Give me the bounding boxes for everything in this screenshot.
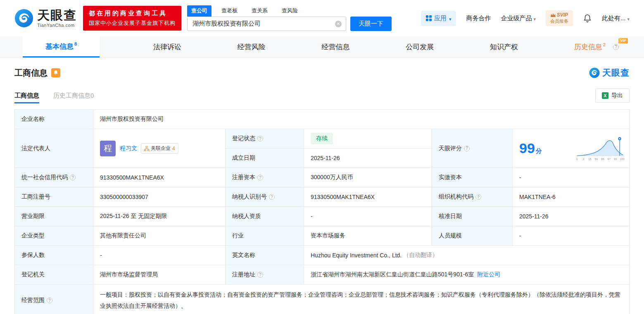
taxpayer-id-value: 91330500MAK1TNEA6X: [304, 187, 432, 206]
taxpayer-qualification-label-cell: 纳税人资质: [226, 207, 304, 226]
registry-text: 湖州市市场监督管理局: [100, 271, 158, 278]
search-tab-boss[interactable]: 查老板: [217, 5, 242, 17]
slogan-line2: 国家中小企业发展子基金旗下机构: [89, 19, 176, 27]
chart-tick: 50: [594, 157, 598, 160]
score-distribution-chart: 0 3 15 50 85 97 99 100: [574, 136, 626, 161]
org-code-value: MAK1TNEA-6: [513, 187, 629, 206]
subtab-history-business-info[interactable]: 历史工商信息0: [53, 92, 94, 100]
company-name-text: 湖州市股权投资有限公司: [100, 115, 164, 123]
search-tab-risk[interactable]: 查风险: [278, 5, 302, 17]
nav-enterprise-label: 企业级产品: [501, 14, 532, 22]
tab-history-info[interactable]: 历史信息 2 VIP: [572, 36, 621, 58]
tab-legal-proceedings[interactable]: 法律诉讼: [151, 36, 184, 58]
scope-text: 一般项目：股权投资；以自有资金从事投资活动；自有资金投资的资产管理服务；企业管理…: [100, 291, 620, 309]
subscribe-bell-button[interactable]: [51, 68, 60, 77]
crown-icon: [551, 13, 556, 17]
search-input[interactable]: [192, 20, 335, 28]
tab-ip-label: 知识产权: [490, 42, 518, 52]
help-icon[interactable]: [47, 297, 52, 303]
help-icon[interactable]: [613, 44, 619, 50]
help-icon[interactable]: [257, 136, 263, 141]
reg-capital-text: 300000万人民币: [311, 174, 353, 181]
table-row: 营业期限 2025-11-26 至 无固定期限 纳税人资质 - 核准日期 202…: [15, 207, 629, 226]
chevron-down-icon: [627, 15, 630, 22]
org-code-label: 组织机构代码: [439, 193, 473, 201]
auto-translate-note: （自动翻译）: [403, 252, 438, 259]
address-label-cell: 注册地址: [226, 265, 304, 284]
tab-basic-info[interactable]: 基本信息 8: [23, 36, 100, 58]
paidin-capital-label: 实缴资本: [439, 174, 462, 181]
scope-value: 一般项目：股权投资；以自有资金从事投资活动；自有资金投资的资产管理服务；企业管理…: [93, 285, 629, 314]
score-number: 99分: [519, 140, 542, 156]
company-name-value: 湖州市股权投资有限公司: [93, 110, 629, 129]
chart-tick: 0: [576, 157, 578, 160]
related-companies-badge[interactable]: 关联企业 4: [141, 143, 178, 153]
help-icon[interactable]: [475, 194, 481, 200]
vip-tag: VIP: [618, 38, 628, 43]
tab-company-development[interactable]: 公司发展: [403, 36, 436, 58]
taxpayer-qualification-label: 纳税人资质: [232, 213, 261, 220]
company-type-value: 其他有限责任公司: [93, 226, 226, 245]
watermark-text: 天眼查: [602, 67, 630, 79]
scope-label-cell: 经营范围: [15, 285, 93, 314]
paidin-capital-value: -: [513, 168, 629, 187]
approval-date-text: 2025-11-26: [519, 213, 549, 220]
table-row-business-scope: 经营范围 一般项目：股权投资；以自有资金从事投资活动；自有资金投资的资产管理服务…: [15, 285, 629, 314]
tab-business-info[interactable]: 经营信息: [319, 36, 352, 58]
notifications-button[interactable]: [583, 14, 592, 23]
credit-code-label: 统一社会信用代码: [21, 174, 68, 181]
legal-rep-value-cell: 程 程习文 关联企业 4: [93, 129, 226, 168]
company-type-label-cell: 企业类型: [15, 226, 93, 245]
help-icon[interactable]: [70, 175, 76, 180]
paidin-capital-text: -: [519, 174, 521, 181]
table-row: 统一社会信用代码 91330500MAK1TNEA6X 注册资本 300000万…: [15, 168, 629, 187]
subtab-business-info[interactable]: 工商信息: [14, 92, 39, 100]
logo-text: 天眼查 TianYanCha.com: [37, 9, 77, 28]
company-name-label-cell: 企业名称: [15, 110, 93, 129]
logo-cn: 天眼查: [37, 9, 77, 22]
org-code-text: MAK1TNEA-6: [519, 194, 556, 200]
tab-operating-risk[interactable]: 经营风险: [235, 36, 268, 58]
chart-tick: 97: [607, 157, 611, 160]
industry-value: 资本市场服务: [304, 226, 432, 245]
avatar[interactable]: 程: [100, 141, 116, 156]
help-icon[interactable]: [269, 194, 275, 200]
apps-label: 应用: [434, 14, 447, 22]
reg-capital-label-cell: 注册资本: [226, 168, 304, 187]
company-type-label: 企业类型: [21, 232, 45, 240]
help-icon[interactable]: [257, 272, 263, 278]
help-icon[interactable]: [257, 175, 263, 180]
taxpayer-qualification-text: -: [311, 213, 313, 220]
tianyancha-logo[interactable]: 天眼查 TianYanCha.com: [14, 9, 77, 28]
tab-basic-label: 基本信息: [45, 42, 74, 51]
registry-label: 登记机关: [21, 271, 45, 278]
org-code-label-cell: 组织机构代码: [432, 187, 513, 206]
approval-date-label-cell: 核准日期: [432, 207, 513, 226]
help-icon[interactable]: [464, 146, 470, 151]
staff-size-text: -: [519, 233, 521, 239]
svip-membership-button[interactable]: SVIP 会员服务: [546, 10, 573, 26]
establish-date-text: 2025-11-26: [311, 155, 340, 161]
export-button[interactable]: 导出: [595, 89, 630, 103]
business-term-label-cell: 营业期限: [15, 207, 93, 226]
nav-cooperation[interactable]: 商务合作: [466, 14, 491, 22]
nav-enterprise[interactable]: 企业级产品: [501, 14, 536, 22]
approval-date-value: 2025-11-26: [513, 207, 629, 226]
apps-menu-button[interactable]: 应用: [421, 11, 456, 26]
nav-account[interactable]: 此处有...: [602, 14, 630, 22]
reg-status-label-cell: 登记状态: [226, 129, 304, 148]
search-button[interactable]: 天眼一下: [350, 17, 392, 31]
legal-rep-name-link[interactable]: 程习文: [120, 145, 137, 152]
registry-label-cell: 登记机关: [15, 265, 93, 284]
business-term-label: 营业期限: [21, 213, 45, 220]
nearby-companies-link[interactable]: 附近公司: [477, 271, 500, 278]
tab-intellectual-property[interactable]: 知识产权: [487, 36, 520, 58]
score-value: 99: [519, 140, 535, 156]
clear-icon[interactable]: [335, 21, 342, 27]
establish-date-value-cell: 2025-11-26: [304, 149, 432, 168]
business-info-table: 企业名称 湖州市股权投资有限公司 法定代表人 程 程习文 关联企业: [14, 109, 630, 314]
search-box: [187, 17, 346, 31]
search-tab-company[interactable]: 查公司: [187, 5, 211, 17]
search-tab-relation[interactable]: 查关系: [247, 5, 272, 17]
subtab-row: 工商信息 历史工商信息0 导出: [14, 89, 630, 103]
